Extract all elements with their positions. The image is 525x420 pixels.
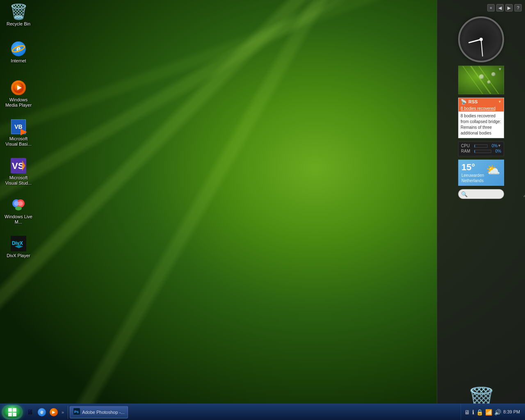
recycle-bin-icon: 🗑️ [10,4,27,20]
svg-point-9 [18,201,23,206]
ram-percent: 0% [493,149,501,153]
desktop: 🗑️ Recycle Bin e Internet [0,0,525,420]
clock-minute-hand [481,39,483,57]
desktop-icon-vs[interactable]: VS Microsoft Visual Stud... [2,156,35,187]
search-icon: 🔍 [461,191,468,197]
wlm-icon [10,196,27,213]
cpu-bar-fill [475,145,475,147]
ram-row: RAM 0% [461,149,501,153]
ie-label: Internet [11,58,26,64]
widget-clock [458,16,504,62]
cpu-percent: 0% [489,144,498,148]
vs-label: Microsoft Visual Stud... [3,175,34,186]
sidebar: + ◀ ▶ ? 📡 [437,0,525,420]
cpu-label: CPU [461,144,472,148]
sidebar-prev-button[interactable]: ◀ [496,4,504,11]
clock-center [479,38,483,41]
sidebar-add-button[interactable]: + [487,4,495,11]
tray-icon-security[interactable]: 🔒 [476,409,483,415]
vb-icon: VB [10,119,27,135]
widget-weather[interactable]: ⛅ 15° Leeuwarden Netherlands [458,160,504,186]
sidebar-next-button[interactable]: ▶ [505,4,513,11]
tray-icon-volume[interactable]: 🔊 [494,409,501,415]
weather-country: Netherlands [461,178,484,183]
search-input[interactable] [469,191,521,197]
desktop-icon-vb[interactable]: VB Microsoft Visual Basi... [2,117,35,148]
rss-icon: 📡 [461,99,467,105]
desktop-icon-wmp[interactable]: Windows Media Player [2,78,35,110]
svg-point-10 [15,206,22,210]
weather-city-name: Leeuwarden [461,173,484,178]
taskbar: 🖥 e ▶ » Ps Adobe Photoshop -... 🖥 ℹ [0,404,525,420]
rss-headline[interactable]: 8 bodies recovered [459,105,504,112]
system-tray: 🖥 ℹ 🔒 📶 🔊 8:39 PM [461,404,523,420]
vb-label: Microsoft Visual Basi... [3,136,34,147]
recycle-bin-label: Recycle Bin [7,21,30,27]
widget-search[interactable]: 🔍 🔎 [458,189,504,199]
cpu-bar-bg [474,144,488,148]
weather-sun-icon: ⛅ [486,163,500,177]
wmp-icon [10,80,27,96]
divx-label: DivX Player [7,253,30,258]
ie-icon: e [10,41,27,57]
svg-text:Ps: Ps [74,410,79,414]
svg-text:VS: VS [12,161,24,171]
rss-body: 8 bodies recovered from collapsed bridge… [459,112,504,138]
tray-icon-info[interactable]: ℹ [472,409,474,415]
tray-icon-network2[interactable]: 📶 [485,409,492,415]
start-button[interactable] [2,405,23,420]
cpu-widget-arrow[interactable]: ▼ [498,144,501,148]
wmp-label: Windows Media Player [3,97,34,108]
search-submit-icon[interactable]: 🔎 [523,191,525,197]
desktop-icon-internet[interactable]: e Internet [2,39,35,65]
taskbar-button-photoshop[interactable]: Ps Adobe Photoshop -... [70,406,128,418]
photoshop-taskbar-icon: Ps [73,408,80,416]
ql-ie[interactable]: e [37,407,47,418]
widget-photo[interactable] [458,66,504,94]
desktop-icon-recycle-bin[interactable]: 🗑️ Recycle Bin [2,2,35,28]
svg-text:DivX: DivX [12,240,23,246]
svg-marker-2 [21,129,27,135]
photoshop-taskbar-label: Adobe Photoshop -... [82,410,124,415]
sidebar-controls: + ◀ ▶ ? [487,4,525,11]
sidebar-close-button[interactable]: ? [514,4,522,11]
divx-icon: DivX [10,235,27,252]
ql-more-arrow[interactable]: » [60,410,65,415]
quick-launch: 🖥 e ▶ » [25,406,68,419]
ql-show-desktop[interactable]: 🖥 [25,407,35,418]
rss-dropdown-arrow[interactable]: ▼ [498,100,502,104]
svg-line-14 [471,66,491,94]
clock-face [460,18,502,61]
rss-header: 📡 RSS ▼ [459,98,504,105]
ql-wmp[interactable]: ▶ [48,407,59,418]
tray-time: 8:39 PM [503,409,520,415]
ram-bar-fill [475,150,475,153]
ram-label: RAM [461,149,472,153]
wlm-label: Windows Live M... [3,214,34,225]
svg-line-16 [463,66,483,94]
desktop-icon-divx[interactable]: DivX DivX Player [2,234,35,260]
ram-bar-bg [474,150,491,153]
svg-line-15 [479,66,499,94]
widget-cpu: ▼ CPU 0% RAM 0% [458,142,504,156]
desktop-icon-wlm[interactable]: Windows Live M... [2,195,35,226]
rss-label: RSS [468,99,478,104]
cpu-row: CPU 0% [461,144,498,148]
vs-icon: VS [10,158,27,174]
widget-rss[interactable]: 📡 RSS ▼ 8 bodies recovered 8 bodies reco… [458,98,504,138]
tray-icon-network[interactable]: 🖥 [464,409,470,415]
start-orb [4,406,21,418]
